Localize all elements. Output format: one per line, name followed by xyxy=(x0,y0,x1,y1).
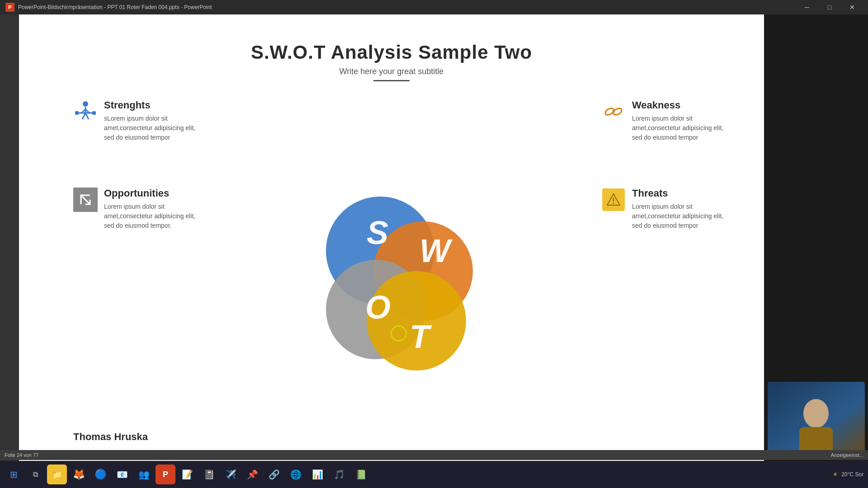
slide: S.W.O.T Analysis Sample Two Write here y… xyxy=(19,14,764,461)
opportunities-block: Opportunities Lorem ipsum dolor sit amet… xyxy=(73,188,200,230)
weather-info: ☀ xyxy=(833,471,838,478)
titlebar-title: PowerPoint-Bildschirmpräsentation - PPT … xyxy=(18,4,797,10)
left-sidebar xyxy=(0,14,19,461)
slide-title-block: S.W.O.T Analysis Sample Two Write here y… xyxy=(251,42,532,81)
venn-svg: S W O T xyxy=(297,181,486,371)
powerpoint-button[interactable]: P xyxy=(156,465,175,484)
slide-container: S.W.O.T Analysis Sample Two Write here y… xyxy=(19,14,764,461)
titlebar: P PowerPoint-Bildschirmpräsentation - PP… xyxy=(0,0,868,14)
strengths-text: Strenghts sLorem ipsum dolor sit amet,co… xyxy=(104,99,200,142)
display-info: Anzeigeeinst... xyxy=(831,452,863,458)
right-panel xyxy=(764,14,868,461)
minimize-button[interactable]: ─ xyxy=(797,0,817,14)
app11-button[interactable]: 🔗 xyxy=(264,465,284,484)
svg-rect-2 xyxy=(75,111,79,115)
strengths-icon xyxy=(73,99,98,124)
slide-footer: Thomas Hruska xyxy=(73,431,148,443)
threats-body: Lorem ipsum dolor sit amet,consectetur a… xyxy=(632,202,728,230)
teams-button[interactable]: 👥 xyxy=(134,465,154,484)
weather-temp: 20°C Sor xyxy=(841,471,863,478)
weakness-block: Weakness Lorem ipsum dolor sit amet,cons… xyxy=(601,99,728,142)
threats-block: Threats Lorem ipsum dolor sit amet,conse… xyxy=(601,188,728,230)
telegram-button[interactable]: ✈️ xyxy=(221,465,241,484)
svg-line-5 xyxy=(82,113,85,119)
threats-text: Threats Lorem ipsum dolor sit amet,conse… xyxy=(632,188,728,230)
footer-name: Thomas Hruska xyxy=(73,431,148,442)
left-labels: Strenghts sLorem ipsum dolor sit amet,co… xyxy=(73,99,200,230)
opportunities-body: Lorem ipsum dolor sit amet,consectetur a… xyxy=(104,202,200,230)
app10-button[interactable]: 📌 xyxy=(242,465,262,484)
opportunities-text: Opportunities Lorem ipsum dolor sit amet… xyxy=(104,188,200,230)
taskview-button[interactable]: ⧉ xyxy=(25,465,45,484)
firefox-button[interactable]: 🦊 xyxy=(69,465,89,484)
slide-subtitle: Write here your great subtitle xyxy=(251,67,532,76)
svg-rect-3 xyxy=(92,111,96,115)
app14-button[interactable]: 🎵 xyxy=(329,465,349,484)
threats-icon xyxy=(601,188,626,212)
opportunities-heading: Opportunities xyxy=(104,188,200,199)
weakness-icon xyxy=(601,99,626,124)
close-button[interactable]: ✕ xyxy=(842,0,863,14)
taskbar[interactable]: ⊞ ⧉ 📁 🦊 🔵 📧 👥 P 📝 📓 ✈️ 📌 🔗 🌐 📊 🎵 📗 ☀ 20°… xyxy=(0,461,868,488)
venn-diagram: S W O T xyxy=(297,181,486,371)
chrome-button[interactable]: 🔵 xyxy=(90,465,110,484)
svg-point-19 xyxy=(612,107,623,116)
svg-point-24 xyxy=(803,399,829,428)
maximize-button[interactable]: □ xyxy=(819,0,840,14)
svg-point-0 xyxy=(83,101,88,107)
svg-line-9 xyxy=(81,195,90,204)
weakness-text: Weakness Lorem ipsum dolor sit amet,cons… xyxy=(632,99,728,142)
system-tray: ☀ 20°C Sor xyxy=(778,461,868,488)
sticky-notes-button[interactable]: 📝 xyxy=(177,465,197,484)
svg-text:S: S xyxy=(367,215,388,251)
right-labels: Weakness Lorem ipsum dolor sit amet,cons… xyxy=(601,99,728,230)
arrow-icon xyxy=(73,188,98,212)
powerpoint-status: Folie 24 von 77 Anzeigeeinst... xyxy=(0,450,868,460)
app13-button[interactable]: 📊 xyxy=(307,465,327,484)
outlook-button[interactable]: 📧 xyxy=(112,465,132,484)
weakness-body: Lorem ipsum dolor sit amet,consectetur a… xyxy=(632,114,728,142)
excel-button[interactable]: 📗 xyxy=(351,465,371,484)
svg-text:O: O xyxy=(365,289,391,325)
window-controls[interactable]: ─ □ ✕ xyxy=(797,0,863,14)
onenote-button[interactable]: 📓 xyxy=(199,465,219,484)
svg-text:W: W xyxy=(420,233,453,269)
content-area: Strenghts sLorem ipsum dolor sit amet,co… xyxy=(19,90,764,461)
svg-point-22 xyxy=(613,202,614,204)
svg-text:T: T xyxy=(410,319,432,355)
slide-info: Folie 24 von 77 xyxy=(5,452,38,458)
weakness-heading: Weakness xyxy=(632,99,728,111)
svg-line-6 xyxy=(85,113,89,119)
strengths-block: Strenghts sLorem ipsum dolor sit amet,co… xyxy=(73,99,200,142)
start-button[interactable]: ⊞ xyxy=(4,465,24,484)
strengths-heading: Strenghts xyxy=(104,99,200,111)
opportunities-icon xyxy=(73,188,98,212)
app-icon: P xyxy=(5,3,14,12)
fileexplorer-button[interactable]: 📁 xyxy=(47,465,67,484)
webcam-box xyxy=(768,382,865,456)
slide-main-title: S.W.O.T Analysis Sample Two xyxy=(251,42,532,63)
warning-icon xyxy=(602,188,625,211)
threats-heading: Threats xyxy=(632,188,728,199)
strengths-body: sLorem ipsum dolor sit amet,consectetur … xyxy=(104,114,200,142)
title-underline xyxy=(373,80,410,81)
app12-button[interactable]: 🌐 xyxy=(286,465,306,484)
